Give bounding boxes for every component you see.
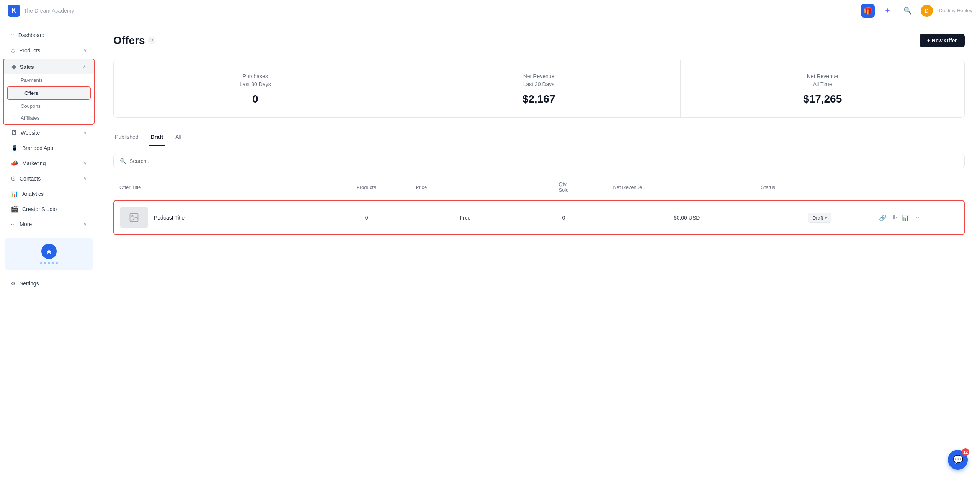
table-header: Offer Title Products Price QtySold Net R… xyxy=(113,177,965,197)
new-offer-button[interactable]: + New Offer xyxy=(920,34,965,47)
sidebar-item-creator-studio[interactable]: 🎬 Creator Studio xyxy=(3,202,95,217)
sidebar-offers-section: Offers xyxy=(7,86,91,100)
sidebar-label-payments: Payments xyxy=(21,77,43,83)
sidebar-item-payments[interactable]: Payments xyxy=(4,74,94,86)
sidebar-item-contacts[interactable]: ⊙ Contacts ∨ xyxy=(3,171,95,186)
sparkle-button[interactable]: ✦ xyxy=(881,4,895,18)
offer-net-revenue: $0.00 USD xyxy=(613,215,761,221)
sidebar-label-branded-app: Branded App xyxy=(22,145,53,151)
stat-purchases-label: PurchasesLast 30 Days xyxy=(126,72,385,88)
brand-name: The Dream Academy xyxy=(24,8,74,14)
main-content: Offers ? + New Offer PurchasesLast 30 Da… xyxy=(98,0,980,482)
chat-badge: 12 xyxy=(962,448,969,456)
home-icon: ⌂ xyxy=(11,32,15,39)
search-icon: 🔍 xyxy=(120,158,126,164)
sidebar-item-more[interactable]: ··· More ∨ xyxy=(3,217,95,231)
topbar-left: K The Dream Academy xyxy=(8,5,74,17)
upgrade-dot-5 xyxy=(56,262,58,264)
more-actions-icon[interactable]: ··· xyxy=(914,214,919,221)
chat-button[interactable]: 💬 12 xyxy=(948,450,968,470)
col-offer-title: Offer Title xyxy=(119,181,317,193)
chart-icon[interactable]: 📊 xyxy=(902,214,910,221)
col-actions xyxy=(880,181,959,193)
stat-net-revenue-30: Net RevenueLast 30 Days $2,167 xyxy=(397,60,681,117)
sidebar-item-analytics[interactable]: 📊 Analytics xyxy=(3,186,95,201)
user-name: Destiny Henley xyxy=(939,8,972,13)
sidebar-item-branded-app[interactable]: 📱 Branded App xyxy=(3,140,95,155)
sidebar-item-products[interactable]: ◇ Products ∨ xyxy=(3,43,95,58)
marketing-icon: 📣 xyxy=(11,160,18,167)
chevron-down-icon-contacts: ∨ xyxy=(83,176,87,181)
sidebar-item-sales[interactable]: ◈ Sales ∧ xyxy=(4,59,94,74)
topbar-right: 🎁 ✦ 🔍 D Destiny Henley xyxy=(861,4,972,18)
sidebar-item-website[interactable]: 🖥 Website ∨ xyxy=(3,125,95,140)
upgrade-box: ★ xyxy=(5,238,93,270)
upgrade-dot-1 xyxy=(40,262,42,264)
sidebar-item-offers[interactable]: Offers xyxy=(8,87,90,99)
chevron-up-icon: ∧ xyxy=(83,64,86,70)
more-icon: ··· xyxy=(11,221,16,228)
sidebar-item-dashboard[interactable]: ⌂ Dashboard xyxy=(3,28,95,42)
offer-price: Free xyxy=(416,215,514,221)
stat-net-revenue-30-label: Net RevenueLast 30 Days xyxy=(410,72,668,88)
offer-thumbnail xyxy=(120,207,148,228)
sidebar-item-affiliates[interactable]: Affiliates xyxy=(4,112,94,124)
tab-published[interactable]: Published xyxy=(113,130,140,146)
link-icon[interactable]: 🔗 xyxy=(879,214,887,221)
stat-net-revenue-all: Net RevenueAll Time $17,265 xyxy=(681,60,964,117)
upgrade-dot-2 xyxy=(44,262,46,264)
eye-icon[interactable]: 👁 xyxy=(891,214,897,221)
sidebar-item-marketing[interactable]: 📣 Marketing ∨ xyxy=(3,156,95,171)
sidebar-label-settings: Settings xyxy=(20,280,39,287)
col-net-revenue: Net Revenue ↓ xyxy=(613,181,761,193)
sidebar-label-coupons: Coupons xyxy=(21,103,41,109)
sidebar-label-sales: Sales xyxy=(20,64,34,70)
sidebar: ⌂ Dashboard ◇ Products ∨ ◈ Sales ∧ Payme… xyxy=(0,0,98,482)
tabs-row: Published Draft All xyxy=(113,130,965,146)
gift-button[interactable]: 🎁 xyxy=(861,4,875,18)
offer-status-cell: Draft ∨ xyxy=(761,213,879,223)
tab-all[interactable]: All xyxy=(174,130,183,146)
offer-cell: Podcast Title xyxy=(120,207,317,228)
sales-icon: ◈ xyxy=(11,63,16,70)
sidebar-label-products: Products xyxy=(19,47,40,54)
avatar[interactable]: D xyxy=(921,5,933,17)
offer-qty-sold: 0 xyxy=(514,215,613,221)
col-price: Price xyxy=(416,181,514,193)
sidebar-sales-section: ◈ Sales ∧ Payments Offers Coupons Affili… xyxy=(3,59,95,125)
analytics-icon: 📊 xyxy=(11,190,18,197)
status-label: Draft xyxy=(812,215,823,221)
topbar: K The Dream Academy 🎁 ✦ 🔍 D Destiny Henl… xyxy=(0,0,980,21)
sidebar-item-settings[interactable]: ⚙ Settings xyxy=(3,277,95,290)
stats-row: PurchasesLast 30 Days 0 Net RevenueLast … xyxy=(113,60,965,118)
status-badge[interactable]: Draft ∨ xyxy=(808,213,831,223)
upgrade-dots xyxy=(40,262,58,264)
stat-purchases-value: 0 xyxy=(126,93,385,105)
settings-icon: ⚙ xyxy=(11,280,16,287)
branded-app-icon: 📱 xyxy=(11,144,18,151)
search-input[interactable] xyxy=(129,158,958,164)
search-bar: 🔍 xyxy=(113,154,965,168)
status-chevron-icon: ∨ xyxy=(825,216,827,220)
global-search-button[interactable]: 🔍 xyxy=(901,4,915,18)
sidebar-label-affiliates: Affiliates xyxy=(21,115,39,121)
offer-products: 0 xyxy=(317,215,416,221)
help-icon[interactable]: ? xyxy=(148,37,155,44)
sidebar-item-coupons[interactable]: Coupons xyxy=(4,100,94,112)
svg-point-1 xyxy=(132,215,133,217)
contacts-icon: ⊙ xyxy=(11,175,16,182)
sidebar-label-contacts: Contacts xyxy=(20,176,41,182)
logo-icon: K xyxy=(8,5,20,17)
chevron-down-icon-marketing: ∨ xyxy=(83,161,87,166)
upgrade-dot-3 xyxy=(48,262,50,264)
products-icon: ◇ xyxy=(11,47,15,54)
stat-net-revenue-30-value: $2,167 xyxy=(410,93,668,105)
upgrade-dot-4 xyxy=(52,262,54,264)
sidebar-label-creator-studio: Creator Studio xyxy=(22,206,57,212)
chevron-down-icon: ∨ xyxy=(83,48,87,53)
tab-draft[interactable]: Draft xyxy=(149,130,165,146)
stat-net-revenue-all-value: $17,265 xyxy=(693,93,952,105)
stat-purchases: PurchasesLast 30 Days 0 xyxy=(114,60,397,117)
col-products: Products xyxy=(317,181,416,193)
sidebar-label-offers: Offers xyxy=(24,90,38,96)
